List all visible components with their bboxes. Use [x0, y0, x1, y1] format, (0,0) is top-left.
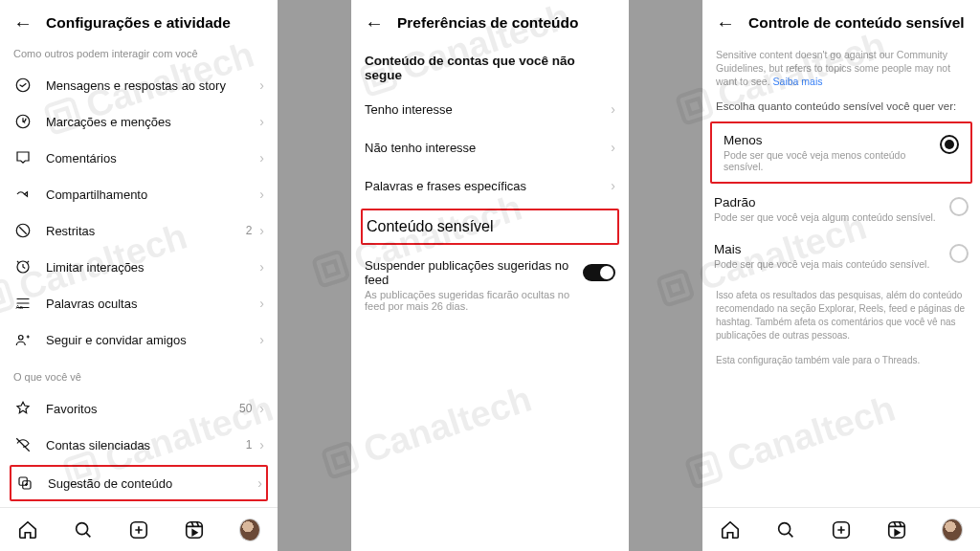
row-icon: [13, 186, 33, 203]
page-title: Configurações e atividade: [46, 14, 231, 32]
suspend-suggested-row: Suspender publicações sugeridas no feed …: [351, 249, 629, 321]
option-desc: Pode ser que você veja menos conteúdo se…: [724, 149, 930, 172]
bottom-nav: [702, 507, 980, 551]
sensitivity-option[interactable]: MaisPode ser que você veja mais conteúdo…: [702, 232, 980, 279]
chevron-right-icon: ›: [259, 223, 264, 238]
row-icon: [13, 331, 33, 348]
screen-sensitive-content: ← Controle de conteúdo sensível Sensitiv…: [702, 0, 980, 551]
svg-rect-33: [889, 521, 905, 538]
row-label: Marcações e menções: [46, 115, 259, 129]
settings-row[interactable]: Marcações e menções›: [0, 103, 278, 140]
row-icon: [13, 113, 33, 130]
row-icon: [13, 77, 33, 94]
row-label: Seguir e convidar amigos: [46, 333, 259, 347]
toggle-label: Suspender publicações sugeridas no feed: [365, 258, 583, 287]
row-label: Mensagens e respostas ao story: [46, 78, 259, 93]
chevron-right-icon: ›: [259, 77, 264, 93]
radio-icon[interactable]: [940, 135, 959, 154]
home-icon[interactable]: [720, 519, 741, 540]
row-label: Tenho interesse: [365, 102, 611, 117]
chevron-right-icon: ›: [611, 140, 615, 155]
option-title: Mais: [714, 242, 940, 256]
row-count: 1: [246, 438, 253, 452]
row-icon: [13, 258, 33, 276]
svg-point-23: [19, 336, 24, 341]
row-label: Restritas: [46, 224, 246, 238]
settings-row[interactable]: Restritas2›: [0, 212, 278, 249]
chevron-right-icon: ›: [257, 475, 262, 491]
row-label: Sugestão de conteúdo: [48, 476, 257, 491]
chevron-right-icon: ›: [259, 187, 264, 202]
reels-icon[interactable]: [886, 519, 907, 540]
radio-icon[interactable]: [949, 244, 969, 263]
search-icon[interactable]: [775, 519, 796, 540]
settings-row[interactable]: Mensagens e respostas ao story›: [0, 67, 278, 103]
profile-avatar[interactable]: [239, 519, 260, 540]
gap: [278, 0, 351, 551]
section-heading: Conteúdo de contas que você não segue: [351, 42, 629, 90]
radio-icon[interactable]: [949, 197, 969, 216]
sensitivity-option[interactable]: MenosPode ser que você veja menos conteú…: [712, 123, 970, 182]
option-title: Menos: [724, 133, 930, 147]
create-icon[interactable]: [831, 519, 852, 540]
settings-row[interactable]: Contas silenciadas1›: [0, 427, 278, 463]
page-title: Controle de conteúdo sensível: [748, 14, 965, 32]
back-icon[interactable]: ←: [365, 13, 384, 33]
svg-rect-30: [187, 521, 203, 538]
section-caption: O que você vê: [0, 365, 278, 390]
settings-row[interactable]: Comentários›: [0, 140, 278, 176]
reels-icon[interactable]: [184, 519, 205, 540]
sensitivity-option[interactable]: PadrãoPode ser que você veja algum conte…: [702, 186, 980, 232]
settings-row[interactable]: Compartilhamento›: [0, 176, 278, 212]
row-count: 50: [239, 402, 252, 415]
chevron-right-icon: ›: [259, 150, 264, 165]
row-count: 2: [246, 224, 253, 237]
row-icon: [13, 222, 33, 239]
home-icon[interactable]: [17, 519, 38, 540]
settings-row[interactable]: AaPalavras ocultas›: [0, 285, 278, 321]
row-label: Conteúdo sensível: [367, 218, 613, 235]
option-desc: Pode ser que você veja mais conteúdo sen…: [714, 258, 940, 270]
row-icon: [13, 149, 33, 166]
fine-print: Esta configuração também vale para o Thr…: [702, 342, 980, 367]
settings-row[interactable]: Tenho interesse›: [351, 90, 629, 128]
settings-row[interactable]: Não tenho interesse›: [351, 128, 629, 166]
option-desc: Pode ser que você veja algum conteúdo se…: [714, 211, 940, 223]
back-icon[interactable]: ←: [716, 13, 735, 33]
settings-row[interactable]: Limitar interações›: [0, 249, 278, 285]
screen-content-preferences: ← Preferências de conteúdo Conteúdo de c…: [351, 0, 629, 551]
page-title: Preferências de conteúdo: [397, 14, 579, 32]
svg-point-28: [77, 522, 88, 534]
settings-row[interactable]: Palavras e frases específicas›: [351, 166, 629, 205]
search-icon[interactable]: [73, 519, 94, 540]
chevron-right-icon: ›: [259, 437, 264, 452]
settings-row[interactable]: Conteúdo sensível: [361, 209, 619, 245]
screen-settings: ← Configurações e atividade Como outros …: [0, 0, 278, 551]
settings-row[interactable]: Favoritos50›: [0, 390, 278, 427]
row-icon: [15, 474, 34, 492]
create-icon[interactable]: [128, 519, 149, 540]
svg-point-31: [779, 522, 791, 534]
row-label: Palavras e frases específicas: [365, 179, 611, 193]
row-label: Palavras ocultas: [46, 297, 259, 311]
settings-row[interactable]: Seguir e convidar amigos›: [0, 321, 278, 358]
fine-print: Isso afeta os resultados das pesquisas, …: [702, 279, 980, 342]
chevron-right-icon: ›: [259, 401, 264, 416]
suspend-suggested-toggle[interactable]: [583, 264, 615, 281]
chevron-right-icon: ›: [259, 332, 264, 347]
row-label: Favoritos: [46, 402, 239, 416]
settings-row[interactable]: Sugestão de conteúdo›: [10, 465, 268, 501]
row-label: Limitar interações: [46, 260, 259, 275]
svg-text:Aa: Aa: [16, 304, 24, 310]
gap: [629, 0, 702, 551]
row-label: Comentários: [46, 151, 259, 165]
chevron-right-icon: ›: [611, 178, 615, 193]
profile-avatar[interactable]: [942, 519, 963, 540]
learn-more-link[interactable]: Saiba mais: [773, 76, 823, 87]
bottom-nav: [0, 507, 278, 551]
chevron-right-icon: ›: [259, 259, 264, 275]
intro-text: Sensitive content doesn't go against our…: [702, 42, 980, 89]
back-icon[interactable]: ←: [13, 13, 33, 33]
option-title: Padrão: [714, 195, 940, 209]
toggle-description: As publicações sugeridas ficarão ocultas…: [365, 289, 615, 312]
